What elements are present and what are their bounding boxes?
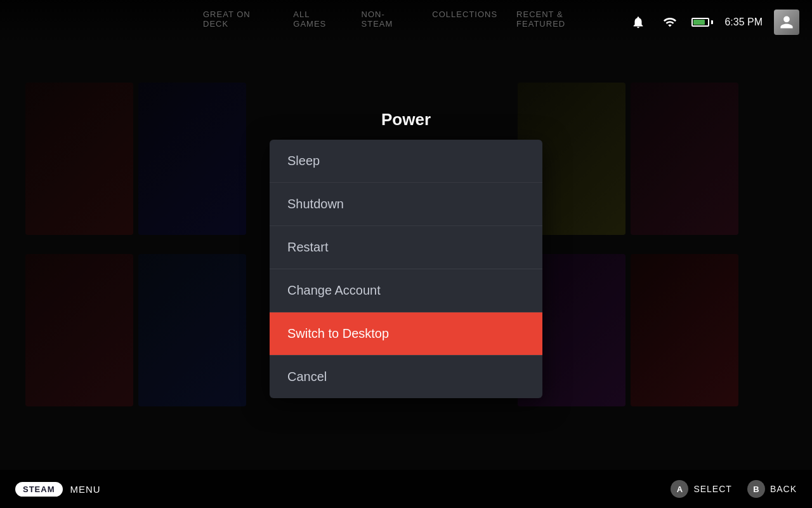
shutdown-button[interactable]: Shutdown (270, 183, 542, 226)
wifi-icon[interactable] (660, 12, 680, 32)
nav-tab-all-games[interactable]: ALL GAMES (293, 10, 342, 29)
power-menu-section-3: Cancel (270, 356, 542, 398)
steam-badge[interactable]: STEAM (15, 482, 63, 497)
restart-button[interactable]: Restart (270, 226, 542, 269)
power-menu-section-1: Sleep Shutdown Restart (270, 140, 542, 269)
battery-indicator (691, 18, 713, 27)
nav-tab-recent[interactable]: RECENT & FEATURED (516, 10, 609, 29)
notification-icon[interactable] (628, 12, 648, 32)
bottom-bar: STEAM MENU A SELECT B BACK (0, 470, 812, 508)
power-menu: Sleep Shutdown Restart Change Account Sw… (270, 140, 542, 398)
clock-display: 6:35 PM (724, 17, 763, 28)
top-icons: 6:35 PM (628, 10, 799, 35)
sleep-button[interactable]: Sleep (270, 140, 542, 183)
battery-fill (693, 20, 705, 25)
back-label: BACK (770, 484, 797, 494)
menu-label: MENU (70, 484, 101, 495)
nav-tab-non-steam[interactable]: NON-STEAM (362, 10, 414, 29)
select-label: SELECT (693, 484, 731, 494)
a-button[interactable]: A (671, 480, 688, 498)
nav-tab-collections[interactable]: COLLECTIONS (432, 10, 497, 29)
change-account-button[interactable]: Change Account (270, 269, 542, 312)
cancel-button[interactable]: Cancel (270, 356, 542, 398)
nav-tabs: GREAT ON DECK ALL GAMES NON-STEAM COLLEC… (203, 10, 609, 29)
bottom-right: A SELECT B BACK (671, 480, 797, 498)
power-menu-section-2: Change Account Switch to Desktop (270, 269, 542, 356)
switch-to-desktop-button[interactable]: Switch to Desktop (270, 312, 542, 355)
nav-tab-great-on-deck[interactable]: GREAT ON DECK (203, 10, 274, 29)
b-button[interactable]: B (747, 480, 765, 498)
user-avatar[interactable] (774, 10, 799, 35)
back-hint: B BACK (747, 480, 797, 498)
top-bar: GREAT ON DECK ALL GAMES NON-STEAM COLLEC… (0, 0, 812, 44)
bottom-left: STEAM MENU (15, 482, 101, 497)
select-hint: A SELECT (671, 480, 731, 498)
